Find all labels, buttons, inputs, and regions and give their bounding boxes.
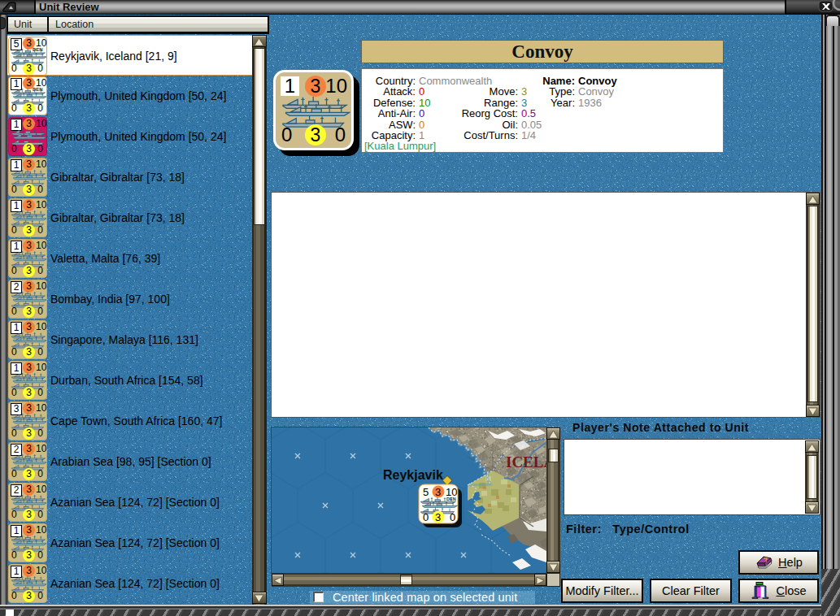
- svg-text:0: 0: [450, 511, 455, 523]
- svg-text:3: 3: [435, 511, 441, 523]
- svg-text:ICELA: ICELA: [506, 453, 546, 471]
- svg-text:0: 0: [423, 511, 429, 523]
- svg-text:5: 5: [423, 486, 429, 498]
- svg-text:?: ?: [764, 556, 769, 564]
- svg-text:3: 3: [435, 486, 441, 498]
- svg-text:Reykjavik: Reykjavik: [383, 468, 443, 482]
